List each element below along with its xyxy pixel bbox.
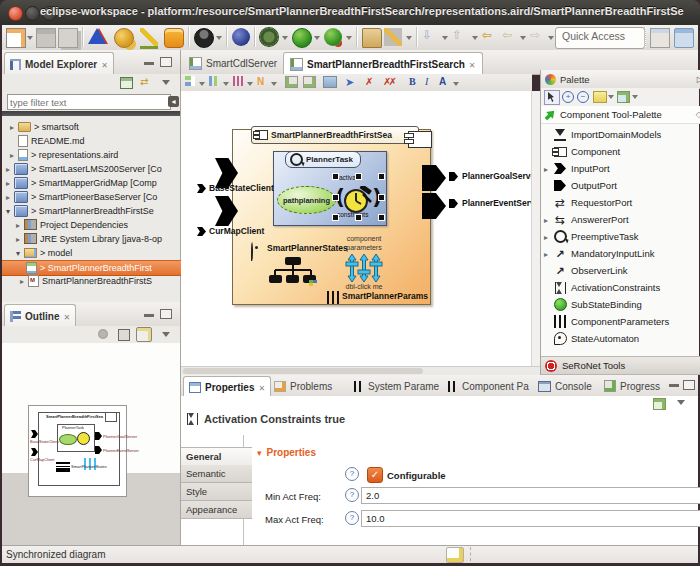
planner-task-tab[interactable]: PlannerTask xyxy=(285,151,361,168)
italic-button[interactable]: I xyxy=(425,76,428,87)
back-button[interactable]: ⇦ xyxy=(502,28,520,46)
palette-header[interactable]: Palette ▷ xyxy=(541,70,700,89)
quick-access-box[interactable]: Quick Access xyxy=(555,27,645,49)
tab-properties[interactable]: Properties xyxy=(183,376,271,397)
palette-item-inputport[interactable]: InputPort xyxy=(541,160,700,177)
selection-handle[interactable] xyxy=(332,194,339,201)
minimize-view-icon[interactable] xyxy=(144,62,154,65)
palette-item-observerlink[interactable]: ↗ObserverLink xyxy=(541,262,700,279)
modeling-perspective-button[interactable] xyxy=(674,28,694,48)
status-icon[interactable] xyxy=(446,547,464,563)
expander-icon[interactable] xyxy=(4,178,12,188)
tree-item-dependencies[interactable]: Project Dependencies xyxy=(2,218,192,232)
selection-handle[interactable] xyxy=(332,214,339,221)
states-tree-icon[interactable] xyxy=(269,257,317,287)
next-dropdown-icon[interactable] xyxy=(442,36,448,40)
bold-button[interactable]: B xyxy=(409,76,416,87)
expander-icon[interactable] xyxy=(4,192,12,202)
last-edit-button[interactable]: ⇦ xyxy=(482,28,500,46)
dropdown-icon[interactable] xyxy=(247,82,253,86)
robot-button[interactable] xyxy=(164,28,184,48)
params-label[interactable]: SmartPlannerParams xyxy=(342,291,428,301)
pin-property-icon[interactable] xyxy=(653,398,666,410)
selection-handle[interactable] xyxy=(355,214,362,221)
marker-dropdown-icon[interactable] xyxy=(406,36,412,40)
params-sliders-icon[interactable] xyxy=(345,254,383,282)
close-icon[interactable] xyxy=(63,311,70,322)
vertical-scrollbar[interactable] xyxy=(531,91,540,366)
side-tab-general[interactable]: General xyxy=(181,447,252,466)
outline-tab[interactable]: Outline xyxy=(4,304,76,327)
zoom-out-icon[interactable]: − xyxy=(577,91,589,103)
outline-mode-icon[interactable] xyxy=(118,329,130,341)
tree-item-jre[interactable]: JRE System Library [java-8-op xyxy=(2,232,192,246)
expander-icon[interactable] xyxy=(4,164,12,174)
selection-handle[interactable] xyxy=(355,173,362,180)
new-dropdown-icon[interactable] xyxy=(27,36,33,40)
tree-item-model-folder[interactable]: > model xyxy=(2,246,192,260)
maximize-view-icon[interactable] xyxy=(160,57,172,67)
close-window-button[interactable] xyxy=(8,6,23,21)
outline-thumbnail-icon[interactable] xyxy=(136,327,152,342)
selection-handle[interactable] xyxy=(378,214,385,221)
params-hint[interactable]: dbl-click me xyxy=(341,283,387,290)
help-icon[interactable]: ? xyxy=(345,488,359,502)
tree-item-project-expanded[interactable]: > SmartPlannerBreadthFirstSe xyxy=(2,204,182,218)
palette-item-stateautomaton[interactable]: StateAutomaton xyxy=(541,330,700,347)
tree-item-readme[interactable]: README.md xyxy=(2,134,194,148)
selection-handle[interactable] xyxy=(378,194,385,201)
dropdown-icon[interactable] xyxy=(453,82,459,86)
expander-icon[interactable] xyxy=(8,122,16,132)
view-menu-icon[interactable] xyxy=(162,332,170,337)
save-button[interactable] xyxy=(36,28,56,48)
palette-item-importdomainmodels[interactable]: ImportDomainModels xyxy=(541,126,700,143)
save-all-button[interactable] xyxy=(58,28,78,48)
expander-icon[interactable] xyxy=(8,150,16,160)
palette-group-seronet[interactable]: SeRoNet Tools xyxy=(541,356,700,375)
help-icon[interactable]: ? xyxy=(345,511,359,525)
selection-handle[interactable] xyxy=(332,173,339,180)
view-menu-icon[interactable] xyxy=(162,80,170,85)
tree-item-representations[interactable]: > representations.aird xyxy=(2,148,186,162)
expander-icon[interactable] xyxy=(543,214,549,225)
close-icon[interactable] xyxy=(101,59,108,70)
expander-icon[interactable] xyxy=(543,231,549,242)
expander-icon[interactable] xyxy=(14,220,22,230)
trim-wand-button[interactable] xyxy=(140,28,158,49)
profile-button[interactable] xyxy=(194,28,214,48)
prev-annotation-button[interactable]: ⇧ xyxy=(452,28,470,46)
maximize-view-icon[interactable] xyxy=(160,309,172,319)
tree-item-smartsoft[interactable]: > smartsoft xyxy=(2,120,186,134)
note-tool-icon[interactable] xyxy=(593,91,607,103)
expander-icon[interactable] xyxy=(14,248,22,258)
palette-item-substatebinding[interactable]: SubStateBinding xyxy=(541,296,700,313)
palette-item-preemptivetask[interactable]: PreemptiveTask xyxy=(541,228,700,245)
tree-item-project[interactable]: > SmartPioneerBaseServer [Co xyxy=(2,190,182,204)
tree-item-project[interactable]: > SmartMapperGridMap [Comp xyxy=(2,176,182,190)
profile-dropdown-icon[interactable] xyxy=(216,36,222,40)
debug-button[interactable] xyxy=(260,28,278,46)
expander-icon[interactable] xyxy=(18,276,26,286)
delete-all-icon[interactable]: ✗✗ xyxy=(383,76,394,87)
tab-console[interactable]: Console xyxy=(533,376,597,396)
min-act-freq-input[interactable] xyxy=(361,487,700,504)
expander-icon[interactable] xyxy=(4,206,12,216)
dropdown-icon[interactable] xyxy=(271,82,277,86)
delete-icon[interactable]: ✗ xyxy=(365,76,373,87)
open-folder-button[interactable] xyxy=(362,28,382,48)
export-icon[interactable] xyxy=(285,76,298,88)
expander-icon[interactable] xyxy=(543,163,549,174)
dropdown-icon[interactable] xyxy=(608,95,614,99)
palette-item-component[interactable]: Component xyxy=(541,143,700,160)
gears-button[interactable] xyxy=(114,28,134,48)
component-name-tab[interactable]: SmartPlannerBreadthFirstSea xyxy=(251,126,419,144)
forward-button[interactable]: ⇨ xyxy=(530,28,548,46)
open-perspective-button[interactable] xyxy=(650,28,670,48)
globe-button[interactable] xyxy=(232,28,250,46)
maximize-view-icon[interactable] xyxy=(683,380,695,390)
run-dropdown-icon[interactable] xyxy=(314,36,320,40)
palette-item-answererport[interactable]: ⇆AnswererPort xyxy=(541,211,700,228)
palette-item-requestorport[interactable]: ⇄RequestorPort xyxy=(541,194,700,211)
states-label[interactable]: SmartPlannerStates xyxy=(267,243,348,253)
distribute-icon[interactable] xyxy=(233,76,243,86)
